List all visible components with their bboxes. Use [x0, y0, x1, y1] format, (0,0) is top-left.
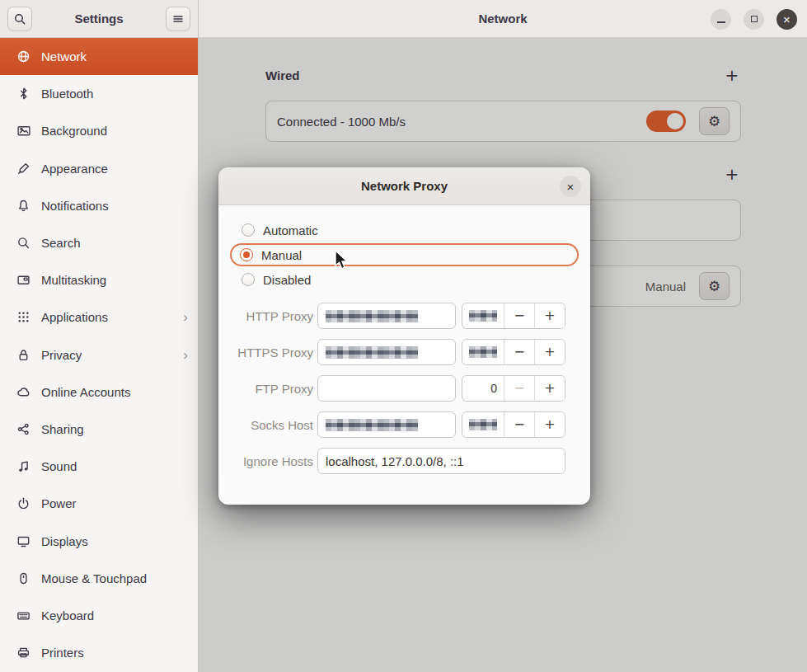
sidebar-header: Settings — [0, 0, 198, 38]
socks-port-increment-button[interactable]: + — [534, 412, 565, 437]
power-icon — [16, 496, 30, 510]
sidebar-item-sharing[interactable]: Sharing — [0, 411, 198, 448]
network-icon — [16, 49, 30, 63]
socks-host-input[interactable] — [317, 411, 456, 438]
ftp-proxy-input[interactable] — [317, 375, 456, 402]
sidebar: Settings Network Bluetooth Background Ap… — [0, 0, 199, 672]
monitor-icon — [16, 534, 30, 548]
share-icon — [16, 422, 30, 436]
sidebar-item-label: Keyboard — [41, 609, 94, 623]
https-port-decrement-button[interactable]: − — [504, 340, 534, 364]
https-proxy-input[interactable] — [317, 339, 456, 365]
sidebar-item-label: Multitasking — [41, 273, 106, 287]
sidebar-item-appearance[interactable]: Appearance — [0, 150, 198, 187]
sidebar-item-label: Power — [41, 496, 77, 510]
background-icon — [16, 124, 30, 138]
socks-host-row: Socks Host − + — [218, 411, 590, 438]
sidebar-item-multitasking[interactable]: Multitasking — [0, 261, 198, 298]
radio-manual[interactable]: Manual — [230, 243, 579, 266]
notifications-icon — [16, 199, 30, 213]
https-port-value[interactable] — [462, 340, 504, 364]
radio-unchecked-icon — [242, 273, 255, 286]
sidebar-item-label: Bluetooth — [41, 87, 93, 101]
socks-port-value[interactable] — [462, 412, 504, 437]
network-proxy-dialog: Network Proxy × Automatic Manual Disable… — [218, 167, 590, 505]
hamburger-icon — [171, 12, 185, 26]
chevron-right-icon: › — [183, 310, 188, 324]
http-proxy-label: HTTP Proxy — [218, 309, 313, 323]
sidebar-item-applications[interactable]: Applications › — [0, 298, 198, 336]
sidebar-item-printers[interactable]: Printers — [0, 634, 198, 671]
sidebar-title: Settings — [32, 12, 166, 26]
sidebar-item-sound[interactable]: Sound — [0, 448, 198, 485]
ftp-port-value[interactable]: 0 — [462, 376, 504, 401]
dialog-titlebar: Network Proxy × — [218, 167, 590, 205]
sidebar-item-background[interactable]: Background — [0, 112, 198, 149]
dialog-title: Network Proxy — [361, 179, 448, 193]
headerbar: Network × — [199, 0, 807, 38]
proxy-form: HTTP Proxy − + HTTPS Proxy — [218, 303, 590, 474]
redacted-host-value — [326, 346, 418, 359]
ftp-port-increment-button[interactable]: + — [534, 376, 565, 401]
ftp-proxy-row: FTP Proxy 0 − + — [218, 375, 590, 402]
close-window-button[interactable]: × — [777, 9, 797, 30]
dialog-body: Automatic Manual Disabled HTTP Proxy — [218, 205, 590, 474]
maximize-button[interactable] — [744, 9, 764, 30]
http-port-increment-button[interactable]: + — [534, 303, 565, 328]
minimize-button[interactable] — [711, 9, 731, 30]
radio-disabled[interactable]: Disabled — [232, 268, 577, 291]
ignore-hosts-input[interactable] — [317, 448, 565, 474]
sidebar-item-label: Printers — [41, 646, 84, 660]
sidebar-item-label: Displays — [41, 534, 88, 548]
sidebar-item-displays[interactable]: Displays — [0, 522, 198, 559]
http-port-decrement-button[interactable]: − — [504, 303, 534, 328]
lock-icon — [16, 348, 30, 362]
sidebar-item-online-accounts[interactable]: Online Accounts — [0, 374, 198, 411]
page-title: Network — [478, 12, 527, 26]
sidebar-item-keyboard[interactable]: Keyboard — [0, 597, 198, 634]
sidebar-item-privacy[interactable]: Privacy › — [0, 336, 198, 374]
radio-disabled-label: Disabled — [263, 273, 311, 287]
sidebar-item-label: Privacy — [41, 348, 82, 362]
socks-host-label: Socks Host — [218, 418, 313, 432]
sidebar-item-network[interactable]: Network — [0, 38, 198, 75]
https-proxy-row: HTTPS Proxy − + — [218, 339, 590, 365]
dialog-close-button[interactable]: × — [560, 176, 581, 197]
search-icon — [13, 12, 26, 26]
redacted-port-value — [469, 419, 497, 430]
redacted-host-value — [326, 310, 418, 322]
window-controls: × — [711, 0, 797, 38]
ignore-hosts-row: Ignore Hosts — [218, 448, 590, 474]
search-icon — [16, 236, 30, 250]
mouse-icon — [16, 571, 30, 585]
bluetooth-icon — [16, 87, 30, 101]
sidebar-item-label: Network — [41, 49, 87, 63]
redacted-port-value — [469, 310, 497, 322]
socks-port-decrement-button[interactable]: − — [504, 412, 534, 437]
cloud-icon — [16, 385, 30, 399]
https-port-increment-button[interactable]: + — [534, 340, 565, 364]
sidebar-item-label: Applications — [41, 310, 108, 324]
keyboard-icon — [16, 609, 30, 623]
sidebar-item-bluetooth[interactable]: Bluetooth — [0, 75, 198, 112]
sidebar-item-label: Mouse & Touchpad — [41, 571, 147, 585]
sidebar-item-notifications[interactable]: Notifications — [0, 187, 198, 224]
https-port-spinner: − + — [462, 339, 565, 365]
ftp-port-decrement-button[interactable]: − — [504, 376, 534, 401]
ftp-proxy-label: FTP Proxy — [218, 382, 313, 396]
socks-port-spinner: − + — [462, 411, 565, 438]
http-port-spinner: − + — [462, 303, 565, 329]
sidebar-item-search[interactable]: Search — [0, 224, 198, 261]
radio-automatic[interactable]: Automatic — [232, 219, 577, 242]
sidebar-item-label: Online Accounts — [41, 385, 130, 399]
http-port-value[interactable] — [462, 303, 504, 328]
multitasking-icon — [16, 273, 30, 287]
http-proxy-input[interactable] — [317, 303, 456, 329]
radio-automatic-label: Automatic — [263, 223, 318, 237]
search-button[interactable] — [7, 7, 32, 31]
sidebar-item-label: Sound — [41, 459, 77, 473]
menu-button[interactable] — [166, 7, 190, 31]
sidebar-item-power[interactable]: Power — [0, 485, 198, 522]
sidebar-list: Network Bluetooth Background Appearance … — [0, 38, 198, 671]
sidebar-item-mouse-touchpad[interactable]: Mouse & Touchpad — [0, 560, 198, 597]
